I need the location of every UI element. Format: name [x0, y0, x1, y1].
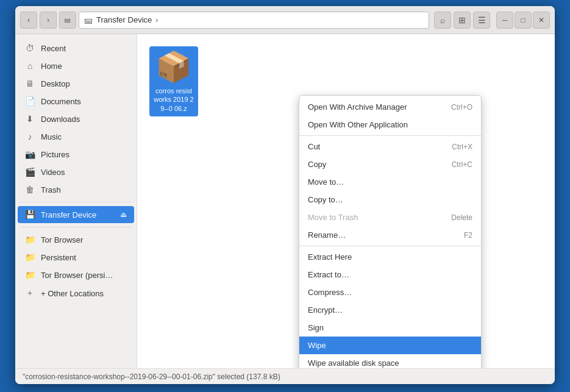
- sidebar-label-music: Music: [41, 132, 62, 141]
- cm-rename[interactable]: Rename… F2: [299, 226, 481, 244]
- cm-rename-shortcut: F2: [464, 231, 472, 240]
- window-controls: ─ □ ✕: [496, 12, 550, 29]
- tor-browser-icon: 📁: [25, 235, 35, 244]
- cm-cut-shortcut: Ctrl+X: [452, 143, 472, 151]
- tor-browser-persi-icon: 📁: [25, 270, 35, 280]
- pictures-icon: 📷: [25, 149, 35, 159]
- transfer-device-icon: 💾: [25, 210, 35, 219]
- cm-move-to-label: Move to…: [308, 177, 344, 187]
- statusbar-text: "corrosion-resistance-workshop--2019-06-…: [23, 372, 280, 381]
- documents-icon: 📄: [25, 96, 35, 106]
- file-manager-window: ‹ › 🖴 🖴 Transfer Device › ⌕ ⊞ ☰ ─ □ ✕ ⏱ …: [15, 6, 555, 384]
- cm-extract-to[interactable]: Extract to…: [299, 266, 481, 283]
- videos-icon: 🎬: [25, 167, 35, 177]
- file-zip-name: corros resist works 2019 29--0 06.z: [153, 87, 194, 113]
- cm-open-other[interactable]: Open With Other Application: [299, 116, 481, 134]
- eject-icon[interactable]: ⏏: [120, 210, 127, 219]
- cm-move-to[interactable]: Move to…: [299, 173, 481, 191]
- cm-open-archive[interactable]: Open With Archive Manager Ctrl+O: [299, 98, 481, 116]
- sidebar-label-documents: Documents: [41, 97, 81, 106]
- cm-open-archive-shortcut: Ctrl+O: [451, 103, 472, 112]
- sidebar-item-downloads[interactable]: ⬇ Downloads: [18, 110, 134, 127]
- cm-compress[interactable]: Compress…: [299, 283, 481, 301]
- up-button[interactable]: 🖴: [59, 12, 76, 29]
- sidebar-item-pictures[interactable]: 📷 Pictures: [18, 146, 134, 163]
- cm-open-archive-label: Open With Archive Manager: [308, 102, 407, 112]
- context-menu: Open With Archive Manager Ctrl+O Open Wi…: [299, 95, 482, 368]
- music-icon: ♪: [25, 132, 35, 141]
- sidebar-item-other-locations[interactable]: ＋ + Other Locations: [18, 284, 134, 302]
- sidebar-item-home[interactable]: ⌂ Home: [18, 57, 134, 74]
- cm-wipe-disk-space[interactable]: Wipe available disk space: [299, 354, 481, 368]
- menu-button[interactable]: ☰: [473, 12, 490, 29]
- sidebar-item-videos[interactable]: 🎬 Videos: [18, 163, 134, 180]
- recent-icon: ⏱: [25, 43, 35, 53]
- cm-compress-label: Compress…: [308, 288, 352, 297]
- main-content: ⏱ Recent ⌂ Home 🖥 Desktop 📄 Documents ⬇ …: [15, 34, 555, 368]
- cm-rename-label: Rename…: [308, 230, 346, 240]
- home-icon: ⌂: [25, 61, 35, 71]
- cm-copy-to-label: Copy to…: [308, 195, 343, 204]
- desktop-icon: 🖥: [25, 79, 35, 88]
- sidebar-item-documents[interactable]: 📄 Documents: [18, 93, 134, 110]
- sidebar-item-desktop[interactable]: 🖥 Desktop: [18, 75, 134, 92]
- cm-wipe[interactable]: Wipe: [299, 337, 481, 354]
- statusbar: "corrosion-resistance-workshop--2019-06-…: [15, 368, 555, 384]
- cm-move-to-trash-shortcut: Delete: [451, 213, 472, 222]
- file-area[interactable]: 📦 corros resist works 2019 29--0 06.z Op…: [137, 34, 555, 368]
- sidebar-label-recent: Recent: [41, 44, 66, 53]
- persistent-icon: 📁: [25, 252, 35, 262]
- sidebar-item-music[interactable]: ♪ Music: [18, 128, 134, 145]
- other-locations-icon: ＋: [25, 288, 35, 299]
- search-button[interactable]: ⌕: [434, 12, 451, 29]
- location-device-icon: 🖴: [84, 15, 93, 25]
- sidebar-item-transfer-device[interactable]: 💾 Transfer Device ⏏: [18, 206, 134, 223]
- cm-sign-label: Sign: [308, 323, 324, 332]
- sidebar-item-tor-browser[interactable]: 📁 Tor Browser: [18, 231, 134, 248]
- cm-wipe-disk-space-label: Wipe available disk space: [308, 358, 399, 368]
- maximize-button[interactable]: □: [515, 12, 532, 29]
- file-item-zip[interactable]: 📦 corros resist works 2019 29--0 06.z: [149, 46, 198, 116]
- toolbar-actions: ⌕ ⊞ ☰: [434, 12, 490, 29]
- sidebar-label-desktop: Desktop: [41, 79, 70, 88]
- cm-encrypt-label: Encrypt…: [308, 305, 343, 315]
- cm-open-other-label: Open With Other Application: [308, 120, 408, 129]
- cm-extract-here[interactable]: Extract Here: [299, 248, 481, 266]
- downloads-icon: ⬇: [25, 114, 35, 124]
- location-text: Transfer Device: [96, 15, 152, 24]
- location-arrow: ›: [155, 16, 158, 24]
- view-toggle-button[interactable]: ⊞: [454, 12, 471, 29]
- cm-copy-to[interactable]: Copy to…: [299, 191, 481, 208]
- cm-encrypt[interactable]: Encrypt…: [299, 301, 481, 319]
- cm-copy[interactable]: Copy Ctrl+C: [299, 155, 481, 173]
- cm-cut[interactable]: Cut Ctrl+X: [299, 138, 481, 155]
- sidebar-label-tor-browser: Tor Browser: [41, 235, 83, 244]
- sidebar-item-recent[interactable]: ⏱ Recent: [18, 40, 134, 57]
- cm-sep-2: [299, 246, 481, 246]
- trash-icon: 🗑: [25, 185, 35, 194]
- location-bar[interactable]: 🖴 Transfer Device ›: [79, 12, 429, 29]
- close-button[interactable]: ✕: [533, 12, 550, 29]
- minimize-button[interactable]: ─: [496, 12, 513, 29]
- cm-sign[interactable]: Sign: [299, 319, 481, 337]
- sidebar: ⏱ Recent ⌂ Home 🖥 Desktop 📄 Documents ⬇ …: [15, 34, 137, 368]
- sidebar-label-other-locations: + Other Locations: [41, 289, 104, 298]
- titlebar: ‹ › 🖴 🖴 Transfer Device › ⌕ ⊞ ☰ ─ □ ✕: [15, 6, 555, 34]
- cm-move-to-trash[interactable]: Move to Trash Delete: [299, 208, 481, 226]
- cm-cut-label: Cut: [308, 142, 320, 151]
- sidebar-item-trash[interactable]: 🗑 Trash: [18, 181, 134, 198]
- sidebar-label-pictures: Pictures: [41, 150, 69, 159]
- sidebar-item-tor-browser-persi[interactable]: 📁 Tor Browser (persi…: [18, 266, 134, 283]
- back-button[interactable]: ‹: [20, 12, 37, 29]
- cm-extract-here-label: Extract Here: [308, 252, 352, 262]
- sidebar-label-tor-browser-persi: Tor Browser (persi…: [41, 271, 113, 280]
- forward-button[interactable]: ›: [40, 12, 57, 29]
- cm-sep-1: [299, 135, 481, 136]
- sidebar-item-persistent[interactable]: 📁 Persistent: [18, 249, 134, 266]
- cm-move-to-trash-label: Move to Trash: [308, 213, 358, 222]
- sidebar-separator-1: [20, 202, 132, 202]
- cm-copy-shortcut: Ctrl+C: [452, 160, 472, 169]
- sidebar-separator-2: [20, 227, 132, 227]
- sidebar-label-transfer-device: Transfer Device: [41, 210, 96, 219]
- sidebar-label-home: Home: [41, 62, 62, 71]
